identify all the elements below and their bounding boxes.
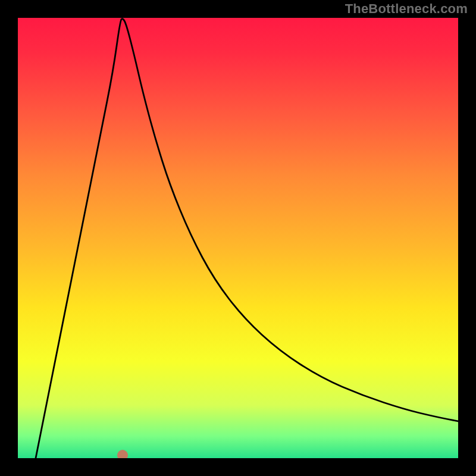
plot-area bbox=[18, 18, 458, 458]
curve-layer bbox=[18, 18, 458, 458]
optimum-dot bbox=[117, 450, 128, 458]
bottleneck-curve bbox=[36, 19, 458, 458]
watermark-label: TheBottleneck.com bbox=[345, 1, 468, 17]
chart-frame: TheBottleneck.com bbox=[0, 0, 476, 476]
